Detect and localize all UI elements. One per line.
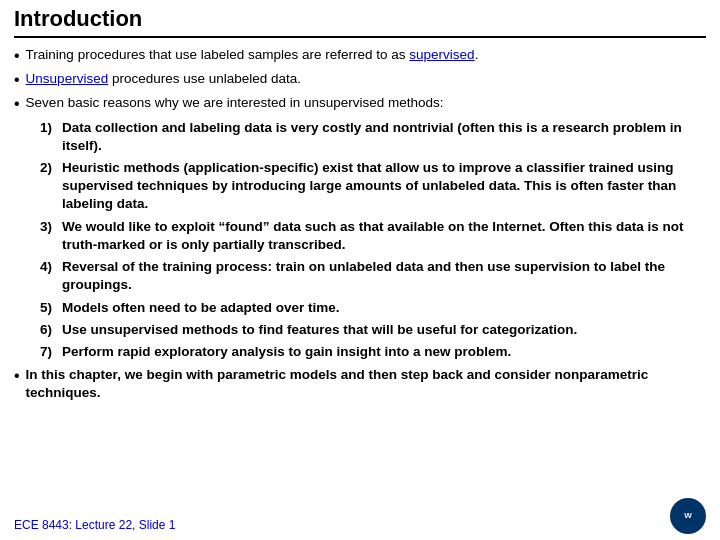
item-text-1: Data collection and labeling data is ver… [62, 119, 706, 155]
bullet-dot-last: • [14, 366, 20, 385]
number-label-5: 5) [40, 299, 62, 317]
bullet-text-2: Unsupervised procedures use unlabeled da… [26, 70, 301, 88]
page: Introduction • Training procedures that … [0, 0, 720, 540]
number-label-6: 6) [40, 321, 62, 339]
bullet-text-last: In this chapter, we begin with parametri… [26, 366, 706, 402]
footer-text: ECE 8443: Lecture 22, Slide 1 [14, 518, 175, 532]
number-label-1: 1) [40, 119, 62, 137]
number-label-7: 7) [40, 343, 62, 361]
unsupervised-link: Unsupervised [26, 71, 109, 86]
footer: ECE 8443: Lecture 22, Slide 1 [14, 518, 175, 532]
logo-circle: W [670, 498, 706, 534]
bullet-2: • Unsupervised procedures use unlabeled … [14, 70, 706, 89]
supervised-link: supervised [409, 47, 474, 62]
item-text-5: Models often need to be adapted over tim… [62, 299, 340, 317]
numbered-item-4: 4) Reversal of the training process: tra… [40, 258, 706, 294]
bullet-text-3: Seven basic reasons why we are intereste… [26, 94, 444, 112]
number-label-3: 3) [40, 218, 62, 236]
page-title: Introduction [14, 6, 706, 38]
bullet-dot-2: • [14, 70, 20, 89]
numbered-item-6: 6) Use unsupervised methods to find feat… [40, 321, 706, 339]
numbered-item-3: 3) We would like to exploit “found” data… [40, 218, 706, 254]
item-text-4: Reversal of the training process: train … [62, 258, 706, 294]
bullet-text-1: Training procedures that use labeled sam… [26, 46, 479, 64]
numbered-item-7: 7) Perform rapid exploratory analysis to… [40, 343, 706, 361]
number-label-2: 2) [40, 159, 62, 177]
numbered-item-1: 1) Data collection and labeling data is … [40, 119, 706, 155]
logo: W [670, 498, 706, 534]
bullet-last: • In this chapter, we begin with paramet… [14, 366, 706, 402]
numbered-item-2: 2) Heuristic methods (application-specif… [40, 159, 706, 214]
item-text-6: Use unsupervised methods to find feature… [62, 321, 577, 339]
item-text-3: We would like to exploit “found” data su… [62, 218, 706, 254]
bullet-1: • Training procedures that use labeled s… [14, 46, 706, 65]
bullet-dot-3: • [14, 94, 20, 113]
item-text-2: Heuristic methods (application-specific)… [62, 159, 706, 214]
number-label-4: 4) [40, 258, 62, 276]
numbered-list: 1) Data collection and labeling data is … [40, 119, 706, 362]
bullet-3: • Seven basic reasons why we are interes… [14, 94, 706, 113]
item-text-7: Perform rapid exploratory analysis to ga… [62, 343, 511, 361]
numbered-item-5: 5) Models often need to be adapted over … [40, 299, 706, 317]
bullet-dot-1: • [14, 46, 20, 65]
